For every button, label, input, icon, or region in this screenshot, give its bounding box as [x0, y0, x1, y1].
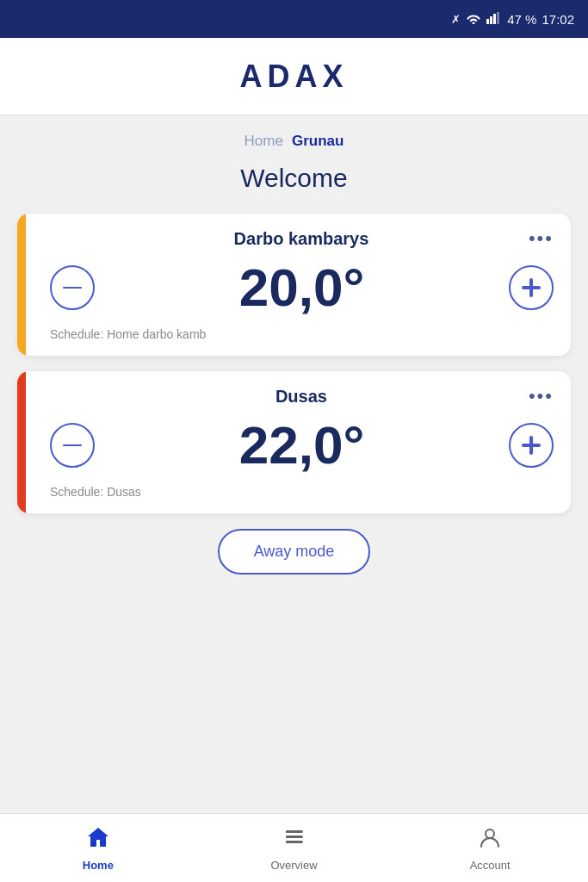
bottom-navigation: Home Overview Account [0, 813, 588, 882]
card-controls-2: 22,0° [50, 414, 554, 475]
svg-rect-4 [63, 287, 82, 289]
app-header: ADAX [0, 38, 588, 115]
svg-rect-7 [63, 444, 82, 446]
main-content: Home Grunau Welcome Darbo kambarys ••• 2… [0, 115, 588, 813]
nav-label-account: Account [470, 859, 511, 872]
card-inner-1: Darbo kambarys ••• 20,0° Schedule: Hom [50, 227, 554, 342]
battery-percentage: 47 % [507, 12, 536, 27]
svg-rect-1 [490, 16, 492, 24]
away-mode-button[interactable]: Away mode [218, 529, 371, 575]
nav-label-home: Home [83, 859, 114, 872]
card-header-1: Darbo kambarys ••• [50, 227, 554, 250]
time-display: 17:02 [542, 12, 574, 27]
card-controls-1: 20,0° [50, 257, 554, 318]
temperature-2: 22,0° [239, 414, 364, 475]
decrease-temp-1[interactable] [50, 265, 95, 310]
nav-item-account[interactable]: Account [392, 825, 588, 872]
device-card-1: Darbo kambarys ••• 20,0° Schedule: Hom [17, 214, 571, 356]
svg-rect-2 [493, 14, 496, 24]
device-menu-1[interactable]: ••• [529, 227, 554, 250]
bluetooth-icon: ✗ [451, 13, 461, 26]
card-accent-2 [17, 371, 26, 513]
decrease-temp-2[interactable] [50, 423, 95, 468]
schedule-1: Schedule: Home darbo kamb [50, 327, 206, 341]
temperature-1: 20,0° [239, 257, 364, 318]
svg-rect-3 [497, 12, 499, 24]
card-inner-2: Dusas ••• 22,0° Schedule: Dusas [50, 385, 554, 500]
app-logo: ADAX [239, 59, 348, 95]
status-bar: ✗ 47 % 17:02 [0, 0, 588, 38]
nav-label-overview: Overview [270, 859, 317, 872]
nav-item-home[interactable]: Home [0, 825, 196, 872]
svg-rect-14 [286, 835, 289, 838]
schedule-2: Schedule: Dusas [50, 485, 141, 499]
device-name-2: Dusas [74, 387, 529, 407]
away-mode-container: Away mode [17, 529, 571, 575]
signal-icon [486, 12, 502, 27]
nav-item-overview[interactable]: Overview [196, 825, 393, 872]
svg-point-16 [486, 829, 494, 838]
card-header-2: Dusas ••• [50, 385, 554, 407]
svg-rect-15 [286, 841, 289, 843]
breadcrumb-active[interactable]: Grunau [292, 133, 344, 150]
svg-rect-9 [522, 444, 541, 447]
device-menu-2[interactable]: ••• [529, 385, 554, 407]
card-accent-1 [17, 214, 26, 356]
account-icon [478, 825, 502, 855]
welcome-title: Welcome [17, 164, 571, 193]
svg-rect-13 [286, 830, 289, 833]
breadcrumb-home[interactable]: Home [244, 133, 283, 150]
svg-rect-6 [522, 286, 541, 289]
status-icons: ✗ 47 % 17:02 [451, 12, 574, 27]
wifi-icon [466, 12, 481, 27]
increase-temp-2[interactable] [509, 423, 554, 468]
overview-icon [282, 825, 306, 855]
increase-temp-1[interactable] [509, 265, 554, 310]
device-card-2: Dusas ••• 22,0° Schedule: Dusas [17, 371, 571, 513]
breadcrumb: Home Grunau [17, 133, 571, 150]
home-icon [86, 825, 110, 855]
svg-rect-0 [486, 19, 489, 24]
device-name-1: Darbo kambarys [74, 229, 529, 249]
